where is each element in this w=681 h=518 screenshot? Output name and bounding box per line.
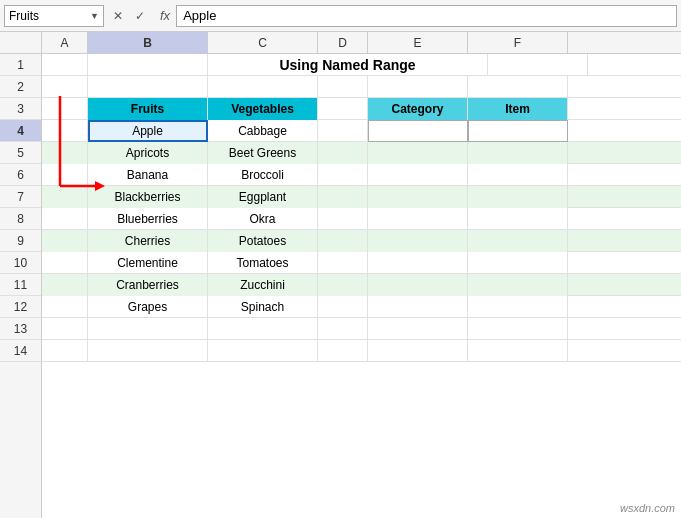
row-header-2[interactable]: 2 [0, 76, 41, 98]
cell-a6[interactable] [42, 164, 88, 186]
cell-e1[interactable] [488, 54, 588, 76]
cell-b5-apricots[interactable]: Apricots [88, 142, 208, 164]
row-header-10[interactable]: 10 [0, 252, 41, 274]
cell-e13[interactable] [368, 318, 468, 340]
cell-e11[interactable] [368, 274, 468, 296]
cell-e9[interactable] [368, 230, 468, 252]
cell-f9[interactable] [468, 230, 568, 252]
cell-f11[interactable] [468, 274, 568, 296]
cell-b13[interactable] [88, 318, 208, 340]
cell-a7[interactable] [42, 186, 88, 208]
cell-a3[interactable] [42, 98, 88, 120]
cell-d5[interactable] [318, 142, 368, 164]
cell-a5[interactable] [42, 142, 88, 164]
cell-f12[interactable] [468, 296, 568, 318]
row-header-4[interactable]: 4 [0, 120, 41, 142]
cell-a8[interactable] [42, 208, 88, 230]
cell-e10[interactable] [368, 252, 468, 274]
cell-b3-fruits-header[interactable]: Fruits [88, 98, 208, 120]
row-header-13[interactable]: 13 [0, 318, 41, 340]
cell-d14[interactable] [318, 340, 368, 362]
name-box-dropdown-icon[interactable]: ▼ [90, 11, 99, 21]
cell-b2[interactable] [88, 76, 208, 98]
cell-c8-okra[interactable]: Okra [208, 208, 318, 230]
row-header-6[interactable]: 6 [0, 164, 41, 186]
row-header-9[interactable]: 9 [0, 230, 41, 252]
cell-d7[interactable] [318, 186, 368, 208]
cell-a14[interactable] [42, 340, 88, 362]
cell-a4[interactable] [42, 120, 88, 142]
cell-c4-cabbage[interactable]: Cabbage [208, 120, 318, 142]
col-header-b[interactable]: B [88, 32, 208, 53]
cell-d12[interactable] [318, 296, 368, 318]
cell-f10[interactable] [468, 252, 568, 274]
cell-b4-apple[interactable]: Apple [88, 120, 208, 142]
cell-e12[interactable] [368, 296, 468, 318]
confirm-formula-button[interactable]: ✓ [130, 6, 150, 26]
cell-a9[interactable] [42, 230, 88, 252]
cell-c5-beetgreens[interactable]: Beet Greens [208, 142, 318, 164]
cell-b11-cranberries[interactable]: Cranberries [88, 274, 208, 296]
col-header-f[interactable]: F [468, 32, 568, 53]
cell-a10[interactable] [42, 252, 88, 274]
cell-e7[interactable] [368, 186, 468, 208]
cell-e2[interactable] [368, 76, 468, 98]
cell-e3-category-header[interactable]: Category [368, 98, 468, 120]
cell-a13[interactable] [42, 318, 88, 340]
cell-d13[interactable] [318, 318, 368, 340]
cell-d3[interactable] [318, 98, 368, 120]
cell-b14[interactable] [88, 340, 208, 362]
row-header-3[interactable]: 3 [0, 98, 41, 120]
row-header-12[interactable]: 12 [0, 296, 41, 318]
cell-d9[interactable] [318, 230, 368, 252]
row-header-14[interactable]: 14 [0, 340, 41, 362]
cell-f14[interactable] [468, 340, 568, 362]
cell-c1[interactable]: Using Named Range [208, 54, 488, 76]
cell-f8[interactable] [468, 208, 568, 230]
cell-c12-spinach[interactable]: Spinach [208, 296, 318, 318]
cell-c10-tomatoes[interactable]: Tomatoes [208, 252, 318, 274]
cell-b12-grapes[interactable]: Grapes [88, 296, 208, 318]
cell-f7[interactable] [468, 186, 568, 208]
cell-b10-clementine[interactable]: Clementine [88, 252, 208, 274]
cell-f6[interactable] [468, 164, 568, 186]
row-header-7[interactable]: 7 [0, 186, 41, 208]
cell-b8-blueberries[interactable]: Blueberries [88, 208, 208, 230]
cell-a12[interactable] [42, 296, 88, 318]
cell-f4[interactable] [468, 120, 568, 142]
cell-f13[interactable] [468, 318, 568, 340]
cell-c2[interactable] [208, 76, 318, 98]
cell-f5[interactable] [468, 142, 568, 164]
cell-c6-broccoli[interactable]: Broccoli [208, 164, 318, 186]
cell-e8[interactable] [368, 208, 468, 230]
col-header-c[interactable]: C [208, 32, 318, 53]
row-header-8[interactable]: 8 [0, 208, 41, 230]
cell-a2[interactable] [42, 76, 88, 98]
cell-f1[interactable] [588, 54, 681, 76]
formula-input[interactable] [176, 5, 677, 27]
cell-f2[interactable] [468, 76, 568, 98]
cell-e5[interactable] [368, 142, 468, 164]
cell-c7-eggplant[interactable]: Eggplant [208, 186, 318, 208]
cell-e4[interactable] [368, 120, 468, 142]
cell-b9-cherries[interactable]: Cherries [88, 230, 208, 252]
cell-f3-item-header[interactable]: Item [468, 98, 568, 120]
cell-d8[interactable] [318, 208, 368, 230]
col-header-d[interactable]: D [318, 32, 368, 53]
cell-b6-banana[interactable]: Banana [88, 164, 208, 186]
cell-b1[interactable] [88, 54, 208, 76]
cell-d6[interactable] [318, 164, 368, 186]
cell-a11[interactable] [42, 274, 88, 296]
name-box[interactable]: Fruits ▼ [4, 5, 104, 27]
cell-b7-blackberries[interactable]: Blackberries [88, 186, 208, 208]
cell-e14[interactable] [368, 340, 468, 362]
cell-e6[interactable] [368, 164, 468, 186]
cell-d10[interactable] [318, 252, 368, 274]
cell-c11-zucchini[interactable]: Zucchini [208, 274, 318, 296]
col-header-e[interactable]: E [368, 32, 468, 53]
cell-c13[interactable] [208, 318, 318, 340]
cell-d2[interactable] [318, 76, 368, 98]
cell-d11[interactable] [318, 274, 368, 296]
cell-c14[interactable] [208, 340, 318, 362]
cell-a1[interactable] [42, 54, 88, 76]
